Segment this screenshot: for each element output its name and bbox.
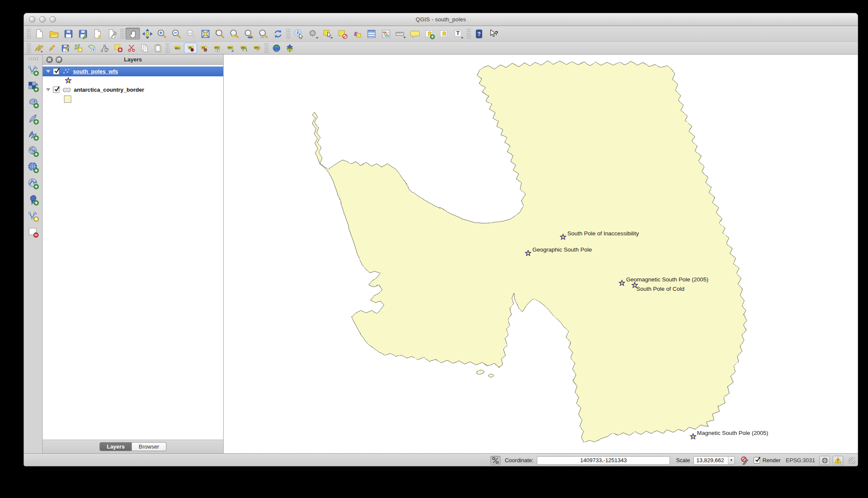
text-annotation-button[interactable]: T [451,28,466,40]
zoom-to-selection-button[interactable] [213,28,227,40]
stop-rendering-button[interactable] [739,455,750,466]
help-button[interactable]: ? [472,28,486,40]
remove-layer-button[interactable] [26,226,41,239]
pan-to-selection-button[interactable] [140,28,154,40]
toolbar-grip[interactable] [120,29,124,39]
plugin-layers-button[interactable] [283,43,296,53]
pole-star-marker[interactable] [690,433,696,439]
toolbar-grip[interactable] [467,29,471,39]
delete-selected-button[interactable] [111,43,125,53]
composer-manager-button[interactable] [105,28,119,40]
add-raster-layer-button[interactable] [26,80,41,93]
panel-close-button[interactable] [46,56,53,63]
panel-detach-button[interactable] [55,56,62,63]
render-checkbox[interactable] [754,457,760,463]
toolbar-grip[interactable] [166,43,169,53]
label-move-button[interactable]: abc [224,43,237,53]
identify-features-button[interactable]: i [291,28,306,40]
close-window-button[interactable] [29,16,35,23]
zoom-out-button[interactable] [169,28,184,40]
save-project-as-button[interactable] [76,28,90,40]
deselect-features-button[interactable] [335,28,350,40]
save-layer-edits-button[interactable] [58,43,72,53]
toolbar-grip[interactable] [27,29,31,39]
new-shapefile-layer-button[interactable] [26,209,41,223]
crs-status-button[interactable] [819,456,830,465]
cut-features-button[interactable] [125,43,138,53]
layer-symbol-row[interactable] [43,95,223,103]
copy-features-button[interactable] [138,43,151,53]
map-tips-button[interactable] [408,28,422,40]
label-rotate-button[interactable]: abc [237,43,250,53]
chevron-down-icon[interactable]: ▼ [728,457,734,464]
show-bookmarks-button[interactable] [437,28,451,40]
new-project-button[interactable] [32,28,47,40]
zoom-full-extent-button[interactable] [198,28,213,40]
add-vector-layer-button[interactable] [26,64,41,77]
tab-browser[interactable]: Browser [132,442,166,451]
tab-layers[interactable]: Layers [99,442,132,451]
status-bar: Coordinate: 1409733,-1251343 Scale 13,82… [24,453,858,466]
current-edits-button[interactable] [32,43,45,53]
deselect-icon [337,29,348,39]
resize-grip[interactable] [848,457,855,464]
add-wms-layer-button[interactable] [26,161,41,174]
map-canvas[interactable]: South Pole of Inaccessibility Geographic… [224,55,858,453]
field-calculator-button[interactable] [379,28,393,40]
zoom-last-icon [244,29,254,39]
toggle-editing-button[interactable] [45,43,58,53]
zoom-actual-icon: 1:1 [186,29,196,39]
add-delimited-text-layer-button[interactable] [26,193,41,206]
select-by-expression-button[interactable]: ε [350,28,364,40]
toolbar-grip[interactable] [265,43,268,53]
zoom-actual-size-button[interactable]: 1:1 [184,28,198,40]
add-postgis-layer-button[interactable] [26,96,41,109]
open-project-button[interactable] [47,28,61,40]
open-attribute-table-button[interactable] [364,28,379,40]
paste-features-button[interactable] [151,43,164,53]
layer-row-antarctica-country-border[interactable]: antarctica_country_border [43,85,223,95]
label-show-hide-button[interactable]: abc [210,43,224,53]
zoom-in-button[interactable] [154,28,169,40]
measure-button[interactable] [393,28,408,40]
node-tool-button[interactable] [98,43,111,53]
toolbar-grip[interactable] [27,43,31,53]
layer-symbol-row[interactable] [43,76,223,85]
toggle-mouse-position-button[interactable] [490,456,501,465]
label-unpin-button[interactable]: ab [197,43,210,53]
label-pin-button[interactable]: ab [184,43,197,53]
new-bookmark-button[interactable] [422,28,437,40]
layer-row-south-poles-wfs[interactable]: south_poles_wfs [43,67,223,76]
message-log-button[interactable] [833,456,843,465]
toolbar-grip[interactable] [28,57,38,61]
zoom-to-layer-button[interactable] [227,28,242,40]
coordinate-input[interactable]: 1409733,-1251343 [537,456,670,465]
expand-arrow-icon[interactable] [46,70,50,73]
minimize-window-button[interactable] [39,16,46,23]
title-bar[interactable]: QGIS - south_poles [24,13,858,26]
move-feature-button[interactable] [85,43,98,53]
layer-labeling-button[interactable]: abc [171,43,184,53]
add-mssql-layer-button[interactable] [26,128,41,142]
expand-arrow-icon[interactable] [46,88,50,91]
label-properties-button[interactable]: abc [250,43,263,53]
whats-this-button[interactable]: ? [486,28,501,40]
zoom-last-button[interactable] [242,28,256,40]
add-wfs-layer-button[interactable] [26,177,41,190]
scale-combo[interactable]: 13,829,662 ▼ [693,456,735,465]
toolbar-grip[interactable] [286,29,290,39]
save-project-button[interactable] [61,28,76,40]
coordinate-capture-button[interactable] [270,43,283,53]
add-feature-button[interactable] [72,43,85,53]
add-spatialite-layer-button[interactable] [26,112,41,125]
layer-visibility-checkbox[interactable] [53,68,59,75]
pan-map-button[interactable] [125,28,140,40]
add-oracle-layer-button[interactable] [26,145,41,158]
zoom-next-button[interactable] [256,28,271,40]
select-features-button[interactable] [320,28,335,40]
new-composer-button[interactable] [90,28,105,40]
run-feature-action-button[interactable] [306,28,320,40]
refresh-map-button[interactable] [271,28,285,40]
zoom-window-button[interactable] [50,16,56,23]
layer-visibility-checkbox[interactable] [53,87,59,93]
